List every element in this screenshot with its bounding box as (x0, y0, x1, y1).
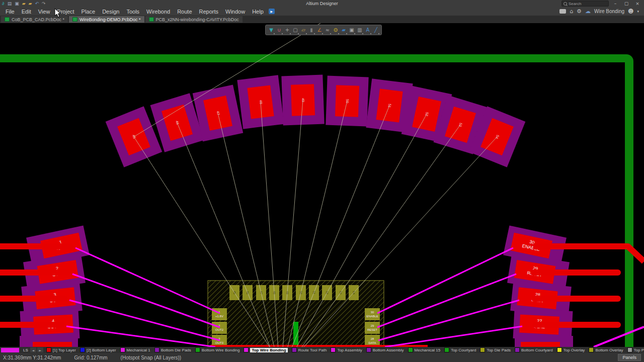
menu-view[interactable]: View (35, 9, 54, 15)
comment-icon[interactable] (559, 9, 566, 14)
select-area-icon[interactable]: ▢ (291, 26, 299, 34)
menu-reports[interactable]: Reports (196, 9, 222, 15)
layer-tab[interactable]: Top Paste (627, 347, 644, 352)
layer-tab[interactable]: Top Overlay (557, 347, 585, 352)
help-extension-icon[interactable]: ▶ (269, 9, 275, 14)
search-input[interactable]: Search (561, 1, 609, 7)
layer-tab[interactable]: Bottom Assembly (366, 347, 404, 352)
altium-logo-icon[interactable]: ∂ (2, 2, 5, 6)
menu-file[interactable]: File (2, 9, 18, 15)
measure-icon[interactable]: ▱ (299, 26, 307, 34)
panels-button[interactable]: Panels (618, 354, 641, 361)
active-bar-toolbar: ▼∪+▢▱▮∠≈⊙▰▣▥A╱ (265, 25, 382, 35)
gear-icon[interactable]: ⚙ (577, 9, 582, 14)
workspace-label[interactable]: Wire Bonding (594, 9, 624, 14)
chart-icon[interactable]: ▥ (356, 26, 364, 34)
left-cluster-pad[interactable] (20, 336, 78, 347)
layer-tab[interactable]: Bottom Courtyard (515, 347, 553, 352)
move-icon[interactable]: + (283, 26, 291, 34)
route-icon[interactable]: ∠ (315, 26, 324, 34)
magnet-icon[interactable]: ∪ (275, 26, 283, 34)
menu-tools[interactable]: Tools (123, 9, 143, 15)
bond-wire[interactable] (69, 300, 220, 340)
room-icon[interactable]: ▣ (348, 26, 356, 34)
open-folder-icon[interactable]: ▰ (22, 2, 26, 6)
minimize-button[interactable]: – (611, 1, 620, 6)
layer-tab[interactable]: Mechanical 15 (408, 347, 441, 352)
restore-button[interactable]: ▢ (622, 1, 631, 6)
document-tab[interactable]: CoB_PCB_CAD.PcbDoc * (1, 16, 68, 23)
menu-route[interactable]: Route (174, 9, 195, 15)
open-project-icon[interactable]: ▰ (29, 2, 32, 6)
die-pad-net: OUT2 (215, 328, 224, 331)
chevron-down-icon[interactable]: ▾ (637, 10, 639, 14)
menu-window[interactable]: Window (222, 9, 249, 15)
close-button[interactable]: × (633, 1, 642, 6)
bond-wire[interactable] (66, 326, 215, 347)
undo-icon[interactable]: ↶ (35, 2, 39, 6)
layer-tab[interactable]: [2] Bottom Layer (80, 347, 116, 352)
document-tab-bar: CoB_PCB_CAD.PcbDoc *WireBonding-DEMO.Pcb… (0, 16, 644, 23)
current-layer-swatch (1, 348, 19, 352)
bond-wire[interactable] (377, 274, 516, 327)
layer-tab[interactable]: Mechanical 1 (120, 347, 150, 352)
save-icon[interactable]: ▤ (8, 2, 12, 6)
home-icon[interactable]: ⌂ (570, 9, 573, 14)
layer-color-swatch (627, 347, 632, 352)
bulb-icon[interactable]: ⊙ (332, 26, 340, 34)
layer-tab[interactable]: Top Assembly (331, 347, 362, 352)
title-bar: ∂▤▣▰▰↶↷ Altium Designer Search – ▢ × (0, 0, 644, 7)
document-tab[interactable]: WireBonding-DEMO.PcbDoc * (69, 16, 144, 23)
layer-sets-button[interactable]: LS (21, 348, 30, 352)
bond-wire[interactable] (75, 248, 220, 313)
layer-tab[interactable]: Top Die Pads (480, 347, 511, 352)
layer-tab-bar: LS ◄ ► [1] Top Layer[2] Bottom LayerMech… (0, 347, 644, 353)
layer-tab-label: Top Assembly (337, 348, 362, 352)
die-pad-number: 30 (371, 311, 374, 314)
die-right-pad[interactable] (365, 308, 380, 320)
layer-tab[interactable]: Top Courtyard (444, 347, 476, 352)
line-icon[interactable]: ╱ (372, 26, 380, 34)
menu-edit[interactable]: Edit (18, 9, 35, 15)
redo-icon[interactable]: ↷ (42, 2, 46, 6)
via-icon[interactable]: ≈ (324, 26, 332, 34)
menu-project[interactable]: Project (53, 9, 77, 15)
save-all-icon[interactable]: ▣ (15, 2, 19, 6)
text-icon[interactable]: A (364, 26, 372, 34)
pcb-board[interactable]: 454647484950515253541+1.8V2OUT23OUT330EN… (0, 23, 644, 347)
corner-wire[interactable] (594, 327, 644, 347)
layer-tab-label: Top Die Pads (487, 348, 511, 352)
bond-wire[interactable] (72, 274, 220, 327)
menu-place[interactable]: Place (78, 9, 99, 15)
bond-wire[interactable] (377, 248, 513, 313)
pcb-editor-canvas[interactable]: ▼∪+▢▱▮∠≈⊙▰▣▥A╱ 454647484950515253541+1.8… (0, 23, 644, 347)
layer-tab[interactable]: Route Tool Path (292, 347, 327, 352)
layer-color-swatch (366, 347, 371, 352)
polygon-pour-icon[interactable]: ▰ (340, 26, 348, 34)
die-pad-net: ENABLE (366, 315, 378, 318)
right-cluster-pad[interactable] (515, 336, 573, 347)
search-icon (564, 2, 567, 6)
menu-design[interactable]: Design (99, 9, 123, 15)
bond-wire[interactable] (378, 300, 519, 340)
layer-color-swatch (557, 347, 562, 352)
search-placeholder: Search (569, 2, 581, 6)
die-pad-net: RESET (367, 328, 377, 331)
layer-tab[interactable]: [1] Top Layer (46, 347, 76, 352)
pcbdoc-icon (5, 17, 10, 22)
layer-color-swatch (46, 347, 51, 352)
document-tab[interactable]: PCB_x2NN-wirebonding-CAVITY.PcbDoc (145, 16, 243, 23)
layer-tab[interactable]: Bottom Die Pads (154, 347, 191, 352)
scroll-right-icon[interactable]: ► (37, 347, 43, 352)
user-icon[interactable]: ☻ (628, 9, 633, 14)
layer-tab[interactable]: Top Wire Bonding (244, 347, 287, 352)
menu-help[interactable]: Help (249, 9, 267, 15)
filter-icon[interactable]: ▼ (267, 26, 275, 34)
bond-wire[interactable] (385, 326, 522, 347)
document-tab-label: CoB_PCB_CAD.PcbDoc * (12, 17, 64, 22)
layer-tab[interactable]: Bottom Wire Bonding (195, 347, 240, 352)
menu-wirebond[interactable]: Wirebond (143, 9, 174, 15)
pad-icon[interactable]: ▮ (307, 26, 315, 34)
layer-tab[interactable]: Bottom Overlay (589, 347, 623, 352)
scroll-left-icon[interactable]: ◄ (30, 347, 36, 352)
